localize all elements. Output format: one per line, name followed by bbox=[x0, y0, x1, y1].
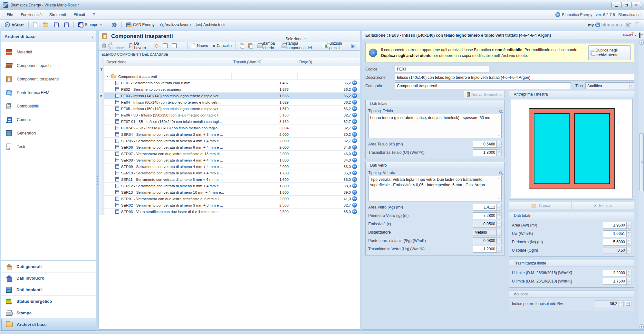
categoria-field[interactable]: Componenti trasparenti bbox=[395, 82, 571, 89]
calculator-button[interactable] bbox=[625, 301, 631, 307]
table-row[interactable]: FE07-02 - 5B - Infisso (80x80) con telai… bbox=[99, 125, 360, 131]
spinner-control[interactable] bbox=[627, 278, 631, 285]
field-input[interactable]: 2,2000 bbox=[603, 270, 627, 276]
tipolog-telaio-text[interactable]: Legno tenero (pino, abete, larice, dougl… bbox=[368, 114, 502, 138]
save-as-button[interactable] bbox=[62, 22, 71, 28]
sidebar-item[interactable]: Componenti trasparenti bbox=[1, 72, 96, 86]
sidebar-item[interactable]: Testi bbox=[1, 140, 96, 153]
funzioni-speciali-button[interactable]: Funzioni speciali bbox=[321, 41, 345, 51]
elimina-button[interactable]: Elimina bbox=[572, 202, 634, 209]
close-button[interactable] bbox=[631, 2, 641, 8]
column-rw[interactable]: Rw(dB) bbox=[297, 58, 352, 66]
spinner-control[interactable] bbox=[627, 270, 631, 276]
copy-button[interactable] bbox=[238, 43, 245, 49]
textarea-scrollbar[interactable] bbox=[497, 176, 501, 201]
field-input[interactable]: 0,50 bbox=[603, 247, 627, 254]
spinner-control[interactable] bbox=[619, 301, 624, 307]
da-database-button[interactable]: Da Database bbox=[101, 41, 126, 51]
license-button[interactable] bbox=[633, 22, 641, 28]
table-row[interactable]: SER05 - Serramento con vetrata di almeno… bbox=[99, 138, 360, 144]
sidebar-item[interactable]: Ponti Termici FEM bbox=[1, 86, 96, 99]
cancella-button[interactable]: Cancella bbox=[211, 43, 233, 49]
field-input[interactable]: 1,2000 bbox=[473, 246, 497, 253]
sidebar-item[interactable]: Comuni bbox=[1, 113, 96, 126]
save-button[interactable] bbox=[52, 22, 61, 28]
paste-button[interactable] bbox=[247, 43, 254, 49]
cad-energy-button[interactable]: CAD Energy bbox=[124, 22, 157, 28]
open-button[interactable] bbox=[41, 22, 50, 28]
maximize-button[interactable] bbox=[621, 2, 631, 8]
table-row[interactable]: SER07 - Vetrocamera con due lastre strat… bbox=[99, 151, 360, 157]
tipo-select[interactable]: Analitico bbox=[585, 82, 634, 89]
panel-width-button[interactable] bbox=[639, 33, 640, 38]
scrollbar-up-button[interactable] bbox=[639, 40, 644, 45]
settings-button[interactable] bbox=[110, 21, 119, 29]
field-input[interactable]: 1,7500 bbox=[603, 278, 627, 285]
table-row[interactable]: SER09 - Serramento con vetrata di almeno… bbox=[99, 163, 360, 170]
table-row[interactable]: SER13 - Serramento con vetrata di almeno… bbox=[99, 189, 360, 196]
field-input[interactable]: 36,2 bbox=[595, 301, 619, 307]
sidebar-item[interactable]: Generatori bbox=[1, 126, 96, 140]
spinner-control[interactable] bbox=[497, 221, 502, 227]
nav-item[interactable]: Dati Involucro bbox=[1, 272, 96, 284]
smart-menu-button[interactable]: SMART bbox=[622, 34, 637, 37]
field-input[interactable]: 1,4112 bbox=[473, 204, 497, 211]
duplica-archivi-utente-button[interactable]: Duplica negli archivi utente bbox=[588, 45, 631, 60]
table-row[interactable]: FE04 - Infisso (80x140) con telaio legno… bbox=[99, 99, 360, 106]
tree-group-row[interactable]: Componenti trasparenti bbox=[99, 73, 360, 80]
spinner-control[interactable] bbox=[627, 239, 631, 246]
dropdown-icon[interactable] bbox=[629, 83, 634, 89]
scrollbar-thumb[interactable] bbox=[639, 133, 644, 191]
table-row[interactable]: FE02 - Serramento con vetrocamera 1,578 … bbox=[99, 86, 360, 93]
sidebar-item[interactable]: Materiali bbox=[1, 45, 96, 59]
filter-rw-cell[interactable] bbox=[297, 66, 352, 73]
stampa-scheda-button[interactable]: Stampa scheda bbox=[255, 41, 279, 51]
field-input[interactable]: 5,6000 bbox=[603, 239, 627, 246]
table-row[interactable]: SER11 - Serramento con vetrata di almeno… bbox=[99, 176, 360, 183]
da-lavoro-button[interactable]: Da Lavoro bbox=[128, 41, 149, 51]
expand-all-button[interactable]: + bbox=[161, 43, 169, 49]
nuova-geometria-button[interactable]: Nuova Geometria bbox=[464, 91, 505, 98]
carica-button[interactable]: Carica bbox=[509, 202, 572, 209]
spinner-control[interactable] bbox=[497, 141, 502, 148]
nav-item[interactable]: Status Energetico bbox=[1, 295, 96, 307]
spinner-control[interactable] bbox=[627, 230, 631, 237]
table-row[interactable]: SER08 - Serramento con vetrata di almeno… bbox=[99, 157, 360, 163]
field-input[interactable]: 1,8000 bbox=[473, 149, 497, 156]
column-chooser-button[interactable]: ... bbox=[352, 58, 360, 66]
sidebar-item[interactable]: Componenti opachi bbox=[1, 59, 96, 72]
field-input[interactable]: 0,5488 bbox=[473, 141, 497, 148]
field-input[interactable]: Metallo bbox=[473, 229, 497, 236]
nav-item[interactable]: Archivi di base bbox=[1, 319, 96, 330]
user-account-button[interactable] bbox=[623, 22, 632, 28]
stampe-button[interactable]: Stampe bbox=[76, 21, 104, 28]
editor-scrollbar[interactable] bbox=[639, 40, 644, 329]
archivio-testi-button[interactable]: ab Archivio testi bbox=[194, 22, 227, 28]
menu-item[interactable]: ? bbox=[90, 11, 98, 18]
sidebar-item[interactable]: Combustibili bbox=[1, 99, 96, 113]
table-row[interactable]: FE01 - Serramento con vetrata cam.8 mm 1… bbox=[99, 80, 360, 86]
table-row[interactable]: SER06 - Serramento con vetrata di almeno… bbox=[99, 144, 360, 151]
column-descrizione[interactable]: Descrizione bbox=[104, 58, 231, 66]
spinner-control[interactable] bbox=[497, 149, 502, 156]
chevron-down-icon[interactable] bbox=[106, 75, 109, 78]
analizza-lavoro-button[interactable]: Analizza lavoro bbox=[158, 22, 193, 28]
descrizione-field[interactable]: Infisso (140x140) con telaio legno tener… bbox=[395, 74, 634, 81]
field-input[interactable]: 1,6651 bbox=[603, 230, 627, 237]
spinner-control[interactable] bbox=[497, 204, 502, 211]
menu-item[interactable]: File bbox=[4, 11, 16, 18]
collapse-sidebar-button[interactable]: ‹ bbox=[91, 34, 93, 39]
textarea-scrollbar[interactable] bbox=[497, 115, 501, 138]
menu-item[interactable]: Filmati bbox=[70, 11, 88, 18]
dropdown-icon[interactable] bbox=[497, 229, 502, 236]
spinner-control[interactable] bbox=[497, 212, 502, 219]
spinner-control[interactable] bbox=[497, 246, 502, 253]
menu-item[interactable]: Strumenti bbox=[46, 11, 69, 18]
new-file-button[interactable] bbox=[31, 21, 39, 28]
scrollbar-down-button[interactable] bbox=[639, 324, 644, 329]
spinner-control[interactable] bbox=[627, 222, 631, 229]
nav-item[interactable]: Dati Impianti bbox=[1, 284, 96, 295]
codice-field[interactable]: FE03 bbox=[395, 66, 489, 72]
field-input[interactable]: 7,2800 bbox=[473, 212, 497, 219]
table-row[interactable]: SER01 - Vetrocamera con due lastre strat… bbox=[99, 196, 360, 202]
